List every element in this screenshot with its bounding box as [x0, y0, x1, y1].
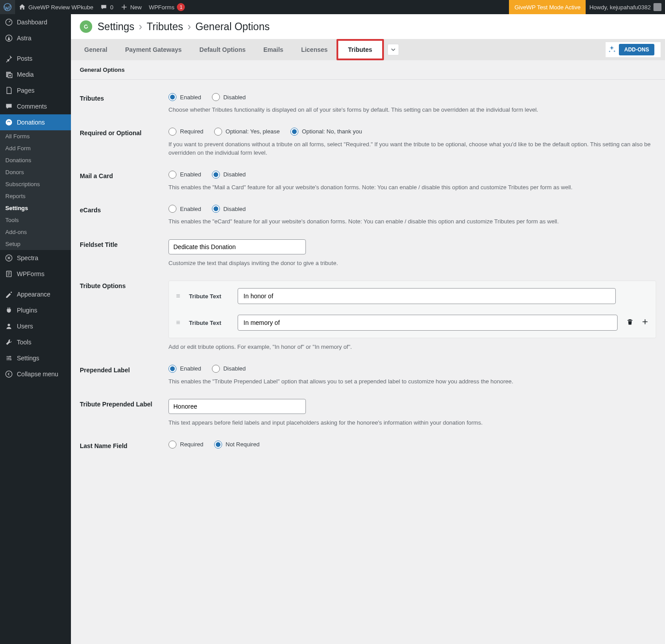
spectra-icon — [4, 254, 13, 262]
setting-tribute-options-label: Tribute Options — [80, 281, 168, 289]
subtab-general-options[interactable]: General Options — [80, 66, 125, 73]
radio-lastname-notrequired[interactable]: Not Required — [214, 441, 260, 449]
addons-button[interactable]: ADD-ONS — [619, 44, 654, 55]
add-row-icon[interactable] — [642, 318, 649, 328]
submenu-all-forms[interactable]: All Forms — [0, 130, 71, 142]
collapse-icon — [4, 370, 13, 379]
radio-mailcard-disabled[interactable]: Disabled — [212, 171, 246, 179]
setting-tribute-options-desc: Add or edit tribute options. For example… — [168, 343, 656, 351]
setting-fieldset-label: Fieldset Title — [80, 239, 168, 248]
sidebar-item-media[interactable]: Media — [0, 66, 71, 82]
chevron-right-icon: › — [139, 21, 142, 33]
tribute-text-input[interactable] — [238, 288, 616, 304]
radio-optional-no[interactable]: Optional: No, thank you — [290, 128, 362, 136]
prepended-text-input[interactable] — [168, 399, 306, 414]
submenu-reports[interactable]: Reports — [0, 190, 71, 202]
setting-prepended: Prepended Label Enabled Disabled This en… — [80, 356, 656, 390]
collapse-menu[interactable]: Collapse menu — [0, 366, 71, 382]
submenu-setup[interactable]: Setup — [0, 238, 71, 250]
setting-fieldset-title: Fieldset Title Customize the text that d… — [80, 230, 656, 272]
sidebar-item-wpforms[interactable]: WPForms — [0, 266, 71, 282]
sidebar-item-dashboard[interactable]: Dashboard — [0, 14, 71, 30]
setting-tributes-desc: Choose whether Tributes functionality is… — [168, 105, 656, 114]
drag-handle-icon[interactable]: ≡ — [176, 292, 180, 300]
delete-row-icon[interactable] — [626, 318, 634, 328]
setting-tributes-label: Tributes — [80, 93, 168, 102]
sidebar-item-astra[interactable]: Astra — [0, 30, 71, 46]
tab-more-dropdown[interactable] — [387, 44, 399, 55]
radio-tributes-disabled[interactable]: Disabled — [212, 93, 246, 101]
give-icon — [4, 118, 13, 127]
sidebar-item-donations[interactable]: Donations — [0, 114, 71, 130]
radio-optional-yes[interactable]: Optional: Yes, please — [214, 128, 280, 136]
radio-prepended-enabled[interactable]: Enabled — [168, 365, 201, 373]
sparkle-icon — [607, 45, 616, 55]
fieldset-title-input[interactable] — [168, 239, 306, 254]
crumb-tributes[interactable]: Tributes — [147, 21, 183, 33]
submenu-settings[interactable]: Settings — [0, 202, 71, 214]
radio-ecards-enabled[interactable]: Enabled — [168, 205, 201, 213]
radio-mailcard-enabled[interactable]: Enabled — [168, 171, 201, 179]
radio-lastname-required[interactable]: Required — [168, 441, 203, 449]
tribute-option-row: ≡ Tribute Text 🗑＋ — [176, 283, 649, 309]
sidebar-item-comments[interactable]: Comments — [0, 98, 71, 114]
pin-icon — [4, 54, 13, 63]
setting-required-label: Required or Optional — [80, 128, 168, 137]
sidebar-item-settings[interactable]: Settings — [0, 350, 71, 366]
setting-fieldset-desc: Customize the text that displays invitin… — [168, 259, 656, 268]
tab-general[interactable]: General — [75, 39, 116, 60]
submenu-donations[interactable]: Donations — [0, 154, 71, 166]
submenu-tools[interactable]: Tools — [0, 214, 71, 226]
dashboard-icon — [4, 18, 13, 27]
subtabs: General Options — [71, 60, 665, 80]
setting-prepended-text-label: Tribute Prepended Label — [80, 399, 168, 408]
svg-point-10 — [10, 359, 12, 360]
radio-ecards-disabled[interactable]: Disabled — [212, 205, 246, 213]
tab-emails[interactable]: Emails — [254, 39, 292, 60]
appearance-icon — [4, 290, 13, 299]
sidebar-item-users[interactable]: Users — [0, 318, 71, 334]
svg-point-7 — [8, 324, 10, 326]
sidebar-item-plugins[interactable]: Plugins — [0, 302, 71, 318]
breadcrumb: Settings › Tributes › General Options — [98, 21, 270, 33]
comments-icon — [4, 102, 13, 111]
site-name[interactable]: GiveWP Review WPkube — [15, 0, 97, 14]
setting-lastname: Last Name Field Required Not Required — [80, 432, 656, 454]
page-header: Settings › Tributes › General Options — [71, 14, 665, 39]
setting-prepended-text-desc: This text appears before field labels an… — [168, 418, 656, 427]
sidebar-item-tools[interactable]: Tools — [0, 334, 71, 350]
tribute-text-label: Tribute Text — [189, 293, 229, 300]
radio-prepended-disabled[interactable]: Disabled — [212, 365, 246, 373]
setting-required-desc: If you want to prevent donations without… — [168, 140, 656, 157]
comments-count[interactable]: 0 — [97, 0, 117, 14]
tab-default-options[interactable]: Default Options — [191, 39, 254, 60]
setting-mailcard: Mail a Card Enabled Disabled This enable… — [80, 162, 656, 196]
tribute-options-repeater: ≡ Tribute Text 🗑＋ ≡ Tribute Text — [168, 281, 656, 338]
setting-ecards-label: eCards — [80, 205, 168, 214]
submenu-addons[interactable]: Add-ons — [0, 226, 71, 238]
submenu-add-form[interactable]: Add Form — [0, 142, 71, 154]
radio-tributes-enabled[interactable]: Enabled — [168, 93, 201, 101]
wpforms-menu[interactable]: WPForms1 — [145, 0, 189, 14]
sidebar-item-appearance[interactable]: Appearance — [0, 286, 71, 302]
my-account[interactable]: Howdy, kejupahafu0382 — [586, 0, 665, 14]
sidebar-item-spectra[interactable]: Spectra — [0, 250, 71, 266]
setting-tributes: Tributes Enabled Disabled Choose whether… — [80, 84, 656, 119]
crumb-settings[interactable]: Settings — [98, 21, 134, 33]
tribute-text-input[interactable] — [238, 315, 618, 331]
submenu-donors[interactable]: Donors — [0, 166, 71, 178]
settings-tabs: General Payment Gateways Default Options… — [71, 39, 665, 60]
sidebar-item-pages[interactable]: Pages — [0, 82, 71, 98]
setting-ecards: eCards Enabled Disabled This enables the… — [80, 196, 656, 230]
new-content[interactable]: New — [117, 0, 145, 14]
setting-required: Required or Optional Required Optional: … — [80, 119, 656, 162]
drag-handle-icon[interactable]: ≡ — [176, 319, 180, 327]
tab-tributes[interactable]: Tributes — [336, 39, 383, 60]
wp-logo[interactable] — [0, 0, 15, 14]
radio-required[interactable]: Required — [168, 128, 203, 136]
tab-payment-gateways[interactable]: Payment Gateways — [116, 39, 191, 60]
submenu-subscriptions[interactable]: Subscriptions — [0, 178, 71, 190]
test-mode-badge[interactable]: GiveWP Test Mode Active — [509, 0, 586, 14]
sidebar-item-posts[interactable]: Posts — [0, 51, 71, 66]
tab-licenses[interactable]: Licenses — [292, 39, 336, 60]
